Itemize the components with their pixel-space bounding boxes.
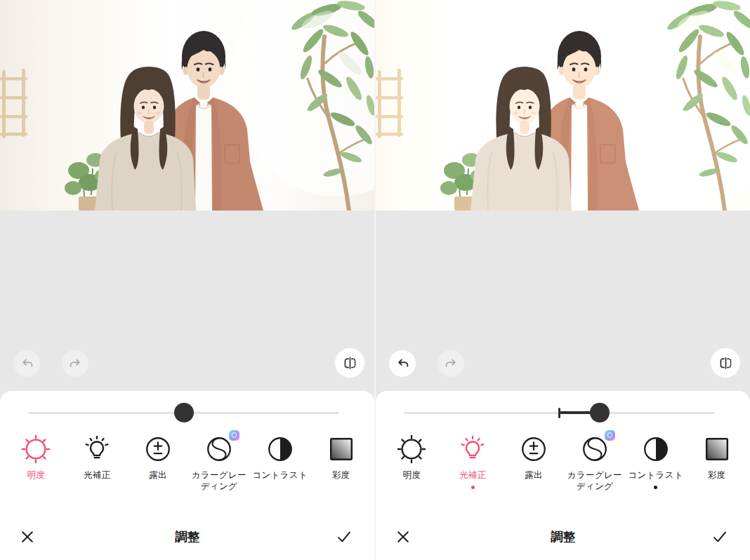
tool-label: 彩度 xyxy=(332,469,350,481)
editor-panel-before: 明度 光補正 露出 カラーグレー ディング xyxy=(0,0,374,560)
history-controls xyxy=(0,348,374,379)
tool-label-line1: 光補正 xyxy=(84,469,110,481)
contrast-icon xyxy=(641,434,671,464)
close-icon xyxy=(17,526,38,547)
tool-label: 明度 xyxy=(403,469,421,481)
tool-contrast[interactable]: コントラスト xyxy=(249,434,310,501)
saturation-icon xyxy=(702,434,732,464)
compare-icon xyxy=(716,354,735,373)
redo-icon xyxy=(442,355,460,373)
bulb-icon xyxy=(82,434,112,464)
exposure-icon xyxy=(143,434,173,464)
tools-row: 明度 光補正 露出 カラーグレー ディング xyxy=(6,434,371,501)
sun-icon xyxy=(21,434,51,464)
tool-label: カラーグレー ディング xyxy=(567,469,622,493)
adjust-sheet: 明度 光補正 露出 カラーグレー ディング xyxy=(376,391,750,560)
tools-row: 明度 光補正 露出 カラーグレー ディング xyxy=(381,434,747,501)
close-icon xyxy=(393,526,414,547)
adjust-slider[interactable] xyxy=(28,403,339,422)
editor-panel-after: 明度 光補正 露出 カラーグレー ディング xyxy=(376,0,750,560)
tool-label-line1: 光補正 xyxy=(459,469,486,481)
tool-label-line2: ディング xyxy=(192,481,246,492)
tool-modified-dot xyxy=(471,486,475,489)
tool-label: 露出 xyxy=(525,469,543,481)
confirm-button[interactable] xyxy=(329,521,360,552)
tool-label-line1: 彩度 xyxy=(332,469,350,481)
redo-icon xyxy=(67,355,84,373)
tool-brightness[interactable]: 明度 xyxy=(381,434,442,501)
history-controls xyxy=(376,348,750,379)
undo-button[interactable] xyxy=(389,350,416,377)
exposure-icon xyxy=(519,434,548,464)
undo-button[interactable] xyxy=(13,350,40,377)
photo-preview xyxy=(0,0,374,211)
tool-label: カラーグレー ディング xyxy=(192,469,246,493)
tool-label-line1: 彩度 xyxy=(708,469,726,481)
tool-label-line1: 露出 xyxy=(149,469,167,481)
tool-saturation[interactable]: 彩度 xyxy=(686,434,747,501)
tool-exposure[interactable]: 露出 xyxy=(128,434,189,501)
adjust-sheet: 明度 光補正 露出 カラーグレー ディング xyxy=(0,391,374,560)
tool-contrast[interactable]: コントラスト xyxy=(625,434,686,501)
tool-label: 露出 xyxy=(149,469,167,481)
pro-badge xyxy=(605,430,615,441)
check-icon xyxy=(709,526,730,547)
adjust-slider[interactable] xyxy=(404,403,715,422)
tool-label-line1: 露出 xyxy=(525,469,543,481)
tool-label: 明度 xyxy=(27,469,46,481)
photo-preview xyxy=(376,0,750,211)
tool-label-line1: 明度 xyxy=(403,469,421,481)
sheet-footer: 調整 xyxy=(376,514,750,560)
pro-badge xyxy=(229,430,239,441)
undo-icon xyxy=(18,355,36,373)
tool-label-line1: コントラスト xyxy=(252,469,308,481)
tool-label-line1: カラーグレー xyxy=(567,469,622,481)
redo-button[interactable] xyxy=(62,350,88,377)
redo-button[interactable] xyxy=(438,350,464,377)
tool-label-line2: ディング xyxy=(567,481,622,492)
tool-modified-dot xyxy=(654,486,657,489)
slider-handle[interactable] xyxy=(174,403,194,422)
tool-label: コントラスト xyxy=(252,469,308,481)
tool-label-line1: カラーグレー xyxy=(192,469,246,481)
tool-color-grading[interactable]: カラーグレー ディング xyxy=(188,434,249,501)
bulb-icon xyxy=(458,434,487,464)
undo-icon xyxy=(394,355,412,373)
tool-label: 彩度 xyxy=(708,469,726,481)
color-grading-icon xyxy=(580,434,610,464)
tool-label-line1: コントラスト xyxy=(628,469,683,481)
close-button[interactable] xyxy=(388,521,419,552)
tool-label: 光補正 xyxy=(84,469,110,481)
tool-light-correction[interactable]: 光補正 xyxy=(67,434,128,501)
compare-icon xyxy=(341,354,360,373)
sun-icon xyxy=(397,434,426,464)
tool-light-correction[interactable]: 光補正 xyxy=(442,434,504,501)
sheet-title: 調整 xyxy=(0,528,374,545)
tool-exposure[interactable]: 露出 xyxy=(504,434,565,501)
app: 明度 光補正 露出 カラーグレー ディング xyxy=(0,0,750,560)
tool-label-line1: 明度 xyxy=(27,469,46,481)
slider-handle[interactable] xyxy=(590,403,610,422)
tool-brightness[interactable]: 明度 xyxy=(6,434,67,501)
color-grading-icon xyxy=(204,434,234,464)
tool-label: 光補正 xyxy=(459,469,486,481)
tool-saturation[interactable]: 彩度 xyxy=(310,434,371,501)
close-button[interactable] xyxy=(12,521,43,552)
check-icon xyxy=(334,526,355,547)
confirm-button[interactable] xyxy=(704,521,735,552)
contrast-icon xyxy=(265,434,295,464)
sheet-footer: 調整 xyxy=(0,514,374,560)
tool-label: コントラスト xyxy=(628,469,683,481)
sheet-title: 調整 xyxy=(376,528,750,545)
saturation-icon xyxy=(327,434,356,464)
compare-button[interactable] xyxy=(711,348,740,378)
tool-color-grading[interactable]: カラーグレー ディング xyxy=(564,434,625,501)
compare-button[interactable] xyxy=(335,348,364,378)
